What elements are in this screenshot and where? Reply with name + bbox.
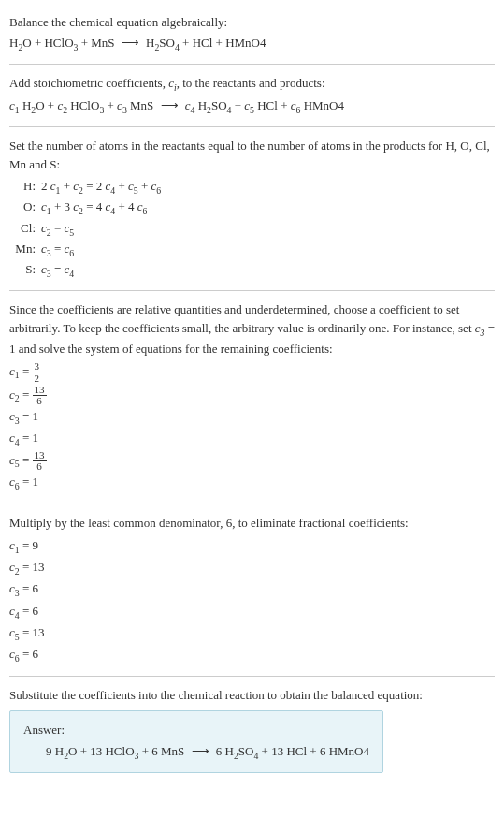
coeff-c1-int: c1 = 9 [9,536,495,557]
num: 13 [33,385,47,396]
val: = 6 [22,604,38,618]
balance-title: Balance the chemical equation algebraica… [9,13,495,32]
atom-row-s: S: c3 = c4 [11,260,495,281]
section-atom-equations: Set the number of atoms in the reactants… [9,131,495,286]
multiply-intro: Multiply by the least common denominator… [9,514,495,533]
atom-label: O: [11,197,41,216]
atom-eq: c3 = c4 [41,260,495,281]
val: 1 [33,409,39,423]
coeff-equation: c1 H2O + c2 HClO3 + c3 MnS ⟶ c4 H2SO4 + … [9,96,495,117]
atom-eq: c3 = c6 [41,240,495,260]
atom-eq: c2 = c5 [41,219,495,240]
coeff-c1: c1 = 32 [9,361,495,383]
c3-eq-1: c3 [475,321,485,335]
atom-label: Mn: [11,240,41,258]
atom-eq: 2 c1 + c2 = 2 c4 + c5 + c6 [41,177,495,197]
val: 1 [33,475,39,489]
atom-label: Cl: [11,219,41,238]
divider [9,64,495,65]
divider [9,504,495,504]
val: = 13 [22,625,45,639]
val: 1 [33,431,39,445]
divider [9,290,495,291]
num: 3 [33,361,42,373]
divider [9,126,495,127]
answer-box: Answer: 9 H2O + 13 HClO3 + 6 MnS ⟶ 6 H2S… [9,710,383,774]
text: , to the reactants and products: [177,76,325,90]
fractional-coefficients: c1 = 32 c2 = 136 c3 = 1 c4 = 1 c5 = 136 … [9,361,495,493]
balance-equation: H2O + HClO3 + MnS ⟶ H2SO4 + HCl + HMnO4 [9,34,495,54]
val: = 13 [22,560,45,574]
atom-row-cl: Cl: c2 = c5 [11,219,495,240]
atom-label: H: [11,177,41,196]
atom-eq: c1 + 3 c2 = 4 c4 + 4 c6 [41,197,495,218]
divider [9,676,495,677]
coeff-c2: c2 = 136 [9,385,495,406]
val: = 6 [22,581,38,595]
coeff-c6-int: c6 = 6 [9,645,495,665]
answer-intro: Substitute the coefficients into the che… [9,686,495,705]
coeff-c3-int: c3 = 6 [9,579,495,600]
add-coeff-intro: Add stoichiometric coefficients, ci, to … [9,74,495,95]
coeff-c5: c5 = 136 [9,450,495,472]
coeff-c4: c4 = 1 [9,429,495,449]
section-solve: Since the coefficients are relative quan… [9,295,495,500]
section-answer: Substitute the coefficients into the che… [9,680,495,779]
text: Since the coefficients are relative quan… [9,302,475,335]
atom-label: S: [11,260,41,279]
integer-coefficients: c1 = 9 c2 = 13 c3 = 6 c4 = 6 c5 = 13 c6 … [9,536,495,665]
text: and solve the system of equations for th… [16,342,333,356]
den: 6 [33,461,47,472]
val: = 6 [22,647,38,661]
coeff-c5-int: c5 = 13 [9,623,495,644]
solve-intro: Since the coefficients are relative quan… [9,300,495,358]
atoms-table: H: 2 c1 + c2 = 2 c4 + c5 + c6 O: c1 + 3 … [11,177,495,281]
answer-label: Answer: [23,721,369,739]
atom-row-o: O: c1 + 3 c2 = 4 c4 + 4 c6 [11,197,495,218]
den: 6 [33,396,47,406]
section-balance-intro: Balance the chemical equation algebraica… [9,7,495,60]
atom-row-mn: Mn: c3 = c6 [11,240,495,260]
section-add-coefficients: Add stoichiometric coefficients, ci, to … [9,68,495,123]
atom-row-h: H: 2 c1 + c2 = 2 c4 + c5 + c6 [11,177,495,197]
val: = 9 [22,538,38,552]
text: Add stoichiometric coefficients, [9,76,168,90]
section-multiply: Multiply by the least common denominator… [9,508,495,672]
ci-symbol: ci [168,76,177,90]
coeff-c2-int: c2 = 13 [9,558,495,578]
coeff-c6: c6 = 1 [9,473,495,493]
den: 2 [33,373,42,384]
coeff-c3: c3 = 1 [9,407,495,428]
coeff-c4-int: c4 = 6 [9,602,495,622]
answer-equation: 9 H2O + 13 HClO3 + 6 MnS ⟶ 6 H2SO4 + 13 … [23,742,369,763]
atom-intro: Set the number of atoms in the reactants… [9,137,495,173]
